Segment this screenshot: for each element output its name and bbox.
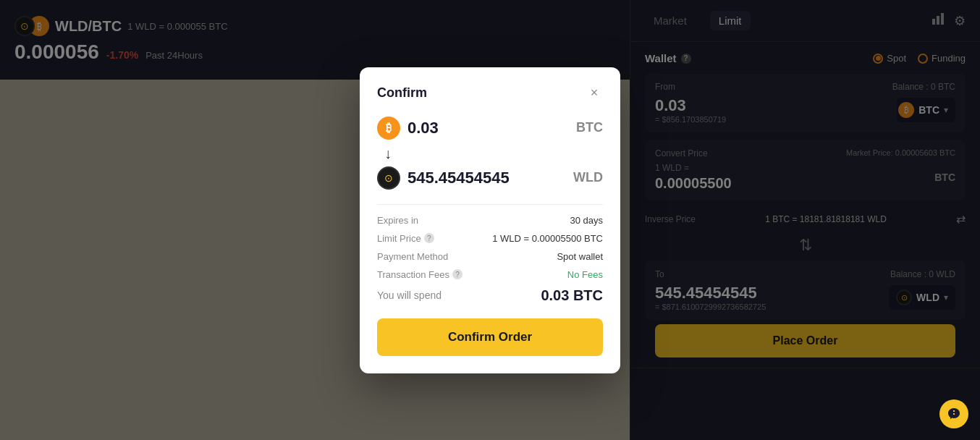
modal-from-row: ₿ 0.03 BTC [377,117,603,140]
spend-value: 0.03 BTC [541,287,603,304]
fees-label: Transaction Fees ? [377,269,462,280]
modal-header: Confirm × [377,85,603,102]
modal-from-amount: 0.03 [407,119,439,138]
modal-title: Confirm [377,85,427,101]
modal-overlay: Confirm × ₿ 0.03 BTC ↓ ⊙ 545.45454545 WL… [0,0,980,440]
modal-to-row: ⊙ 545.45454545 WLD [377,166,603,190]
confirm-order-button[interactable]: Confirm Order [377,318,603,356]
expires-value: 30 days [570,215,603,226]
expires-label: Expires in [377,215,418,226]
limit-price-label: Limit Price ? [377,233,434,244]
modal-arrow-down: ↓ [384,145,603,162]
modal-close-button[interactable]: × [586,85,603,102]
limit-price-value: 1 WLD = 0.00005500 BTC [492,233,603,244]
confirm-modal: Confirm × ₿ 0.03 BTC ↓ ⊙ 545.45454545 WL… [360,67,620,373]
payment-label: Payment Method [377,251,448,262]
support-button[interactable] [939,399,968,428]
modal-from-left: ₿ 0.03 [377,117,439,140]
limit-price-row: Limit Price ? 1 WLD = 0.00005500 BTC [377,233,603,244]
modal-divider [377,204,603,205]
modal-to-amount: 545.45454545 [407,169,510,187]
fees-info-icon[interactable]: ? [452,269,462,279]
modal-wld-icon: ⊙ [377,166,400,190]
spend-label: You will spend [377,289,442,301]
fees-row: Transaction Fees ? No Fees [377,269,603,280]
modal-btc-icon: ₿ [377,117,400,140]
spend-row: You will spend 0.03 BTC [377,287,603,304]
modal-from-currency: BTC [576,120,603,135]
modal-to-currency: WLD [573,170,603,185]
payment-value: Spot wallet [557,251,603,262]
payment-row: Payment Method Spot wallet [377,251,603,262]
fees-value: No Fees [567,269,603,280]
limit-price-info-icon[interactable]: ? [424,233,434,243]
modal-to-left: ⊙ 545.45454545 [377,166,510,190]
expires-row: Expires in 30 days [377,215,603,226]
